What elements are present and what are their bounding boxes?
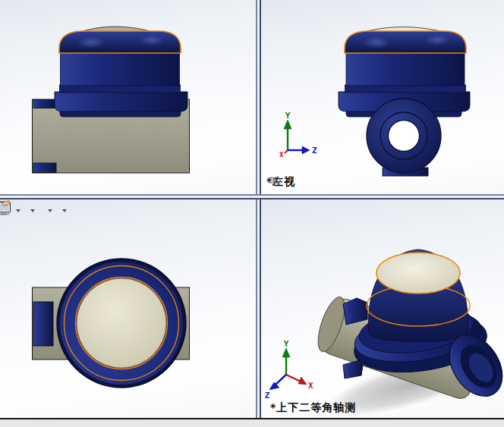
cap-flange — [55, 92, 187, 111]
y-axis-arrow — [284, 120, 291, 129]
viewport-left-view[interactable]: Y Z X *左视 — [261, 0, 504, 194]
dome-highlight — [140, 35, 164, 46]
cap-band — [60, 85, 181, 93]
front-view-canvas[interactable] — [0, 0, 256, 194]
top-view-model[interactable] — [33, 259, 190, 388]
port-bore — [389, 121, 420, 152]
heads-up-view-toolbar — [0, 200, 71, 221]
tab-bottom — [343, 360, 363, 378]
view-settings-button[interactable] — [57, 201, 58, 221]
dimetric-model[interactable] — [313, 250, 504, 418]
hide-show-items-button[interactable] — [25, 201, 27, 221]
z-axis-label: Z — [265, 391, 270, 400]
dome-highlight — [77, 36, 105, 49]
view-settings-dropdown-caret[interactable] — [62, 209, 67, 212]
dome-highlight — [363, 36, 390, 49]
y-axis-label: Y — [284, 339, 289, 349]
view-settings-monitor-icon — [0, 200, 13, 216]
viewport-splitter-horizontal[interactable] — [0, 194, 504, 199]
apply-scene-dropdown-caret[interactable] — [48, 209, 52, 212]
linked-view-chain-icon — [266, 175, 282, 185]
apply-scene-button[interactable] — [43, 201, 44, 221]
view-orientation-label: *左视 — [266, 175, 295, 189]
z-axis-arrow — [302, 146, 310, 154]
viewport-splitter-vertical[interactable] — [256, 0, 261, 418]
viewport-top-view[interactable] — [0, 199, 256, 418]
left-view-model[interactable] — [339, 27, 470, 177]
x-axis-arrow — [298, 377, 307, 385]
top-view-canvas[interactable] — [0, 199, 256, 418]
view-name-text: *上下二等角轴测 — [270, 401, 356, 415]
cap-cylinder — [61, 52, 180, 86]
view-orientation-dropdown-caret[interactable] — [16, 209, 20, 212]
hide-show-items-dropdown-caret[interactable] — [30, 209, 35, 212]
viewport-dimetric-view[interactable]: Y X Z *上下二等角轴测 — [261, 199, 504, 418]
front-view-model[interactable] — [33, 27, 190, 173]
orientation-triad: Y X Z — [265, 339, 313, 400]
left-view-canvas[interactable]: Y Z X — [261, 0, 504, 194]
z-axis-label: Z — [312, 146, 317, 155]
cap-cylinder — [346, 52, 465, 86]
y-axis-label: Y — [285, 111, 291, 121]
edit-appearance-button[interactable] — [39, 201, 41, 221]
tab-bottom — [33, 163, 56, 173]
x-axis-label: X — [308, 381, 313, 391]
dome-highlight — [425, 35, 449, 46]
tab — [33, 302, 53, 346]
cap-band — [345, 85, 466, 93]
tab-top — [33, 100, 55, 108]
y-axis-arrow — [282, 348, 290, 357]
orientation-triad: Y Z X — [279, 111, 317, 159]
dimetric-view-canvas[interactable]: Y X Z — [261, 199, 504, 418]
view-orientation-label: *上下二等角轴测 — [270, 401, 356, 415]
dome-top-face — [376, 253, 460, 294]
viewport-front-view[interactable] — [0, 0, 256, 194]
dome-top-face — [77, 278, 166, 368]
x-axis-label: X — [279, 151, 284, 159]
solidworks-four-view-window: Y Z X *左视 — [0, 0, 504, 427]
status-bar — [0, 418, 504, 427]
